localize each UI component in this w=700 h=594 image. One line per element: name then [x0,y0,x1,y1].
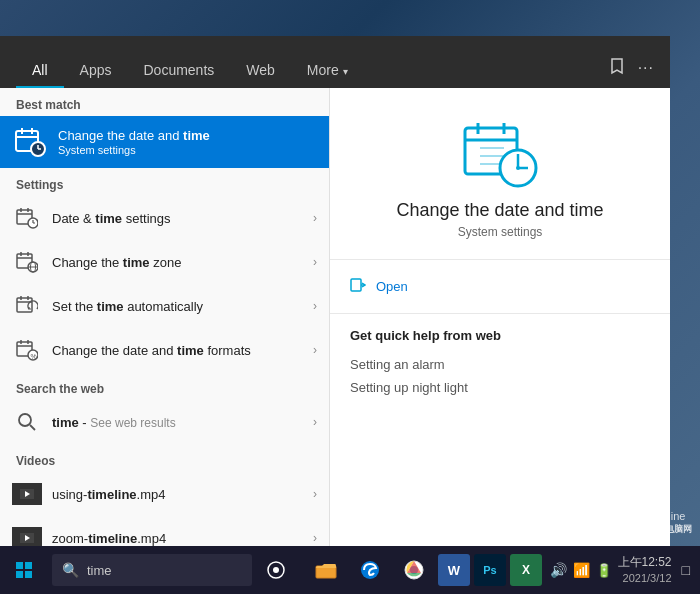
section-videos: Videos [0,444,329,472]
right-panel: Change the date and time System settings [330,88,670,546]
search-text: time [87,563,112,578]
section-settings: Settings [0,168,329,196]
search-icon: 🔍 [62,562,79,578]
notification-icon[interactable]: □ [682,562,690,578]
open-arrow-icon [350,278,366,295]
right-actions: Open [330,260,670,314]
tray-icons: 🔊 📶 🔋 [550,562,612,578]
arrow-icon-6: › [313,487,317,501]
web-link-night[interactable]: Setting up night light [350,376,650,399]
arrow-icon-4: › [313,343,317,357]
video-zoom-timeline[interactable]: zoom-timeline.mp4 › [0,516,329,546]
tab-all[interactable]: All [16,54,64,88]
web-search-label: time - See web results [52,415,313,430]
settings-formats[interactable]: % Change the date and time formats › [0,328,329,372]
open-action[interactable]: Open [350,274,650,299]
search-nav: All Apps Documents Web More [0,36,670,88]
result-change-date-time[interactable]: Change the date and time System settings [0,116,329,168]
tab-more[interactable]: More [291,54,364,88]
tab-web[interactable]: Web [230,54,291,88]
svg-rect-21 [17,298,32,312]
arrow-icon-3: › [313,299,317,313]
taskbar-icon-chrome[interactable] [394,550,434,590]
search-menu: All Apps Documents Web More [0,36,670,546]
right-calendar-icon [460,118,540,188]
search-content: Best match Chan [0,88,670,546]
start-button[interactable] [0,546,48,594]
open-label: Open [376,279,408,294]
right-web-section: Get quick help from web Setting an alarm… [330,314,670,413]
settings-date-time-label: Date & time settings [52,211,313,226]
left-panel: Best match Chan [0,88,330,546]
task-view-button[interactable] [256,550,296,590]
tray-time[interactable]: 上午12:52 2021/3/12 [618,554,672,586]
settings-auto-time-label: Set the time automatically [52,299,313,314]
taskbar-icon-explorer[interactable] [306,550,346,590]
tray-network-icon[interactable]: 📶 [573,562,590,578]
arrow-icon: › [313,211,317,225]
settings-auto-time[interactable]: Set the time automatically › [0,284,329,328]
nav-tabs: All Apps Documents Web More [16,36,364,88]
settings-sync-icon [12,291,42,321]
settings-timezone[interactable]: Change the time zone › [0,240,329,284]
svg-point-31 [19,414,31,426]
more-chevron-icon [343,62,348,78]
more-options-icon[interactable]: ··· [638,59,654,77]
taskbar-app-icons: W Ps X [306,550,542,590]
video-using-timeline[interactable]: using-timeline.mp4 › [0,472,329,516]
nav-right: ··· [608,57,654,88]
web-link-alarm[interactable]: Setting an alarm [350,353,650,376]
settings-timezone-label: Change the time zone [52,255,313,270]
svg-rect-54 [351,279,361,291]
tray-battery-icon[interactable]: 🔋 [596,563,612,578]
settings-clock-icon [12,203,42,233]
settings-formats-label: Change the date and time formats [52,343,313,358]
taskbar-icon-excel[interactable]: X [510,554,542,586]
video-file-icon-1 [12,479,42,509]
svg-point-57 [273,567,279,573]
taskbar-tray: 🔊 📶 🔋 上午12:52 2021/3/12 □ [550,554,701,586]
taskbar-search[interactable]: 🔍 time [52,554,252,586]
tab-apps[interactable]: Apps [64,54,128,88]
svg-text:%: % [31,353,37,360]
settings-format-icon: % [12,335,42,365]
svg-line-32 [30,425,35,430]
arrow-icon-2: › [313,255,317,269]
result-title: Change the date and time [58,128,317,145]
search-web-icon [12,407,42,437]
result-subtitle: System settings [58,144,317,156]
taskbar: 🔍 time [0,546,700,594]
video-1-label: using-timeline.mp4 [52,487,313,502]
bookmark-icon[interactable] [608,57,626,78]
right-header: Change the date and time System settings [330,88,670,260]
section-web: Search the web [0,372,329,400]
arrow-icon-7: › [313,531,317,545]
settings-date-time[interactable]: Date & time settings › [0,196,329,240]
section-best-match: Best match [0,88,329,116]
right-subtitle: System settings [458,225,543,239]
settings-globe-icon [12,247,42,277]
video-file-icon-2 [12,523,42,546]
video-2-label: zoom-timeline.mp4 [52,531,313,546]
taskbar-icon-word[interactable]: W [438,554,470,586]
tab-documents[interactable]: Documents [127,54,230,88]
arrow-icon-5: › [313,415,317,429]
web-section-title: Get quick help from web [350,328,650,343]
desktop: All Apps Documents Web More [0,0,700,594]
taskbar-icon-edge[interactable] [350,550,390,590]
taskbar-icon-photoshop[interactable]: Ps [474,554,506,586]
calendar-clock-icon [12,124,48,160]
right-title: Change the date and time [396,200,603,221]
web-search-time[interactable]: time - See web results › [0,400,329,444]
tray-speech-icon[interactable]: 🔊 [550,562,567,578]
result-text: Change the date and time System settings [58,128,317,157]
